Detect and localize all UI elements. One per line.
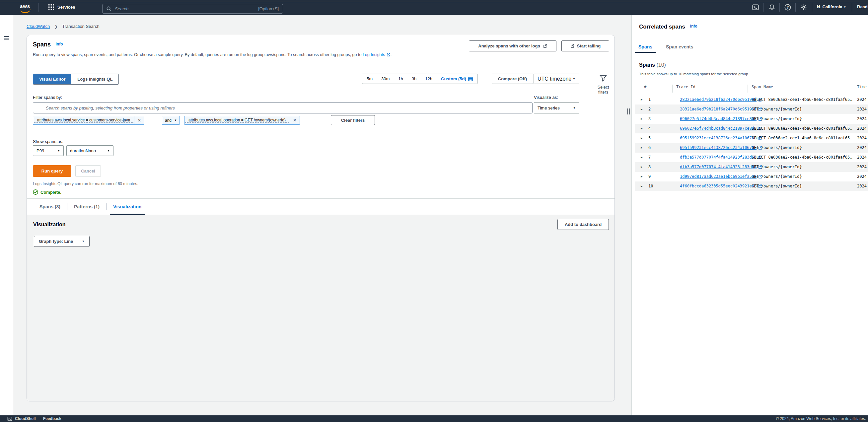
correlated-tab-0[interactable]: Spans [632, 40, 659, 53]
table-row[interactable]: ▶ 4 696027e5f74d4b3cad844c21897ce8d7 SEL… [635, 124, 868, 133]
row-number: 2 [648, 107, 651, 111]
row-expand-caret[interactable]: ▶ [641, 136, 642, 140]
time-preset-3h[interactable]: 3h [407, 76, 421, 81]
region-selector[interactable]: N. California ▼ [817, 4, 846, 9]
span-name: GET /owners/{ownerId} [751, 117, 802, 121]
visual-editor-tab[interactable]: Visual Editor [33, 74, 71, 84]
remove-filter-icon[interactable]: ✕ [290, 116, 300, 124]
trace-id-link[interactable]: 696027e5f74d4b3cad844c21897ce8d7 [680, 117, 762, 121]
row-number: 9 [648, 174, 651, 179]
start-tailing-button[interactable]: Start tailing [561, 40, 609, 52]
span-time: 2024 [857, 117, 868, 121]
log-insights-link[interactable]: Log Insights [363, 53, 385, 57]
run-query-button[interactable]: Run query [33, 165, 71, 177]
timezone-select[interactable]: UTC timezone▼ [533, 74, 579, 84]
analyze-spans-button[interactable]: Analyze spans with other logs [469, 40, 556, 52]
row-expand-caret[interactable]: ▶ [641, 175, 642, 178]
trace-id-link[interactable]: 695f599231ecc4138726cc234a10670b [680, 145, 762, 150]
add-to-dashboard-button[interactable]: Add to dashboard [557, 219, 609, 230]
help-icon[interactable]: ? [784, 4, 792, 11]
table-row[interactable]: ▶ 8 dfb3a577d077074f4fa414923f283d64 GET… [635, 162, 868, 172]
trace-id-link[interactable]: 1d997ed817aad623ae1ebc69b1efa54e [680, 174, 762, 179]
col-header-span-name[interactable]: Span Name [751, 85, 773, 89]
table-row[interactable]: ▶ 2 28321ae6ed79b218f6a2470d6c95199f GET… [635, 104, 868, 114]
feedback-button[interactable]: Feedback [43, 416, 61, 421]
table-row[interactable]: ▶ 7 dfb3a577d077074f4fa414923f283d64 SEL… [635, 153, 868, 162]
trace-id-link[interactable]: 696027e5f74d4b3cad844c21897ce8d7 [680, 126, 762, 131]
table-row[interactable]: ▶ 6 695f599231ecc4138726cc234a10670b GET… [635, 143, 868, 153]
result-tab-0[interactable]: Spans (8) [33, 199, 67, 215]
filter-chip-text[interactable]: attributes.aws.local.service = customers… [34, 118, 133, 123]
correlated-tab-1[interactable]: Span events [659, 40, 700, 53]
breadcrumb-cloudwatch-link[interactable]: CloudWatch [27, 24, 50, 29]
table-row[interactable]: ▶ 10 4f60fbccda632335d55eec0243921e6b GE… [635, 182, 868, 191]
remove-filter-icon[interactable]: ✕ [134, 116, 144, 124]
column-divider[interactable] [672, 85, 673, 93]
panel-resize-handle[interactable] [627, 108, 630, 115]
time-preset-5m[interactable]: 5m [362, 76, 377, 81]
trace-id-link[interactable]: dfb3a577d077074f4fa414923f283d64 [680, 155, 762, 160]
trace-id-link[interactable]: 28321ae6ed79b218f6a2470d6c95199f [680, 97, 762, 102]
compare-button[interactable]: Compare (Off) [492, 74, 533, 84]
field-select[interactable]: durationNano▼ [66, 145, 114, 156]
cloudshell-icon[interactable] [752, 4, 759, 11]
result-tab-1[interactable]: Patterns (1) [67, 199, 106, 215]
correlated-info-link[interactable]: Info [690, 24, 698, 29]
services-menu[interactable]: Services [49, 4, 75, 10]
time-preset-30m[interactable]: 30m [377, 76, 394, 81]
span-name: SELECT 8e036ae2-cee1-4ba6-8e6c-c801faaf6… [751, 126, 852, 131]
settings-gear-icon[interactable] [800, 4, 807, 11]
graph-type-button[interactable]: Graph type: Line▼ [34, 236, 90, 247]
cloudshell-footer-button[interactable]: CloudShell [7, 416, 36, 421]
spans-query-card: Spans Info Run a query to view spans, sp… [27, 35, 615, 401]
metric-select[interactable]: P99▼ [33, 145, 64, 156]
row-expand-caret[interactable]: ▶ [641, 107, 642, 111]
hamburger-menu-icon[interactable] [4, 36, 9, 40]
trace-id-link[interactable]: 4f60fbccda632335d55eec0243921e6b [680, 184, 762, 189]
row-expand-caret[interactable]: ▶ [641, 156, 642, 159]
result-tab-2[interactable]: Visualization [106, 199, 148, 215]
column-divider[interactable] [855, 85, 855, 93]
table-row[interactable]: ▶ 1 28321ae6ed79b218f6a2470d6c95199f SEL… [635, 95, 868, 104]
account-role-menu[interactable]: ReadOnly [857, 4, 868, 9]
cancel-button[interactable]: Cancel [75, 165, 101, 177]
aws-logo-smile [21, 9, 31, 13]
notifications-bell-icon[interactable] [768, 4, 775, 11]
trace-id-link[interactable]: dfb3a577d077074f4fa414923f283d64 [680, 165, 762, 169]
row-expand-caret[interactable]: ▶ [641, 185, 642, 188]
spans-info-link[interactable]: Info [55, 42, 63, 46]
time-preset-1h[interactable]: 1h [394, 76, 407, 81]
filter-chip-text[interactable]: attributes.aws.local.operation = GET /ow… [185, 118, 289, 123]
col-header-trace-id[interactable]: Trace Id [676, 85, 695, 89]
table-row[interactable]: ▶ 3 696027e5f74d4b3cad844c21897ce8d7 GET… [635, 114, 868, 124]
table-body: ▶ 1 28321ae6ed79b218f6a2470d6c95199f SEL… [635, 95, 868, 191]
row-expand-caret[interactable]: ▶ [641, 117, 642, 121]
row-expand-caret[interactable]: ▶ [641, 127, 642, 130]
row-expand-caret[interactable]: ▶ [641, 98, 642, 101]
logs-insights-ql-tab[interactable]: Logs Insights QL [71, 74, 119, 84]
header-divider [763, 3, 764, 11]
row-expand-caret[interactable]: ▶ [641, 165, 642, 168]
select-filters-control[interactable]: Select filters [595, 75, 612, 95]
col-header-time[interactable]: Time [857, 85, 867, 89]
row-expand-caret[interactable]: ▶ [641, 146, 642, 149]
global-search-input[interactable]: Search [Option+S] [102, 4, 283, 13]
table-row[interactable]: ▶ 5 695f599231ecc4138726cc234a10670b SEL… [635, 133, 868, 143]
chevron-down-icon: ▼ [573, 106, 576, 109]
clear-filters-button[interactable]: Clear filters [331, 115, 375, 125]
column-divider[interactable] [748, 85, 748, 93]
row-number: 10 [648, 184, 653, 189]
aws-logo[interactable]: aws [20, 3, 34, 12]
filter-search-input[interactable] [33, 102, 532, 113]
visualize-as-select[interactable]: Time series▼ [534, 102, 579, 113]
col-header-number[interactable]: # [644, 85, 646, 89]
trace-id-link[interactable]: 28321ae6ed79b218f6a2470d6c95199f [680, 107, 762, 111]
time-custom-button[interactable]: Custom (5d) [437, 76, 477, 81]
page-title: Spans [33, 41, 51, 48]
operator-label[interactable]: and [162, 118, 174, 123]
trace-id-link[interactable]: 695f599231ecc4138726cc234a10670b [680, 136, 762, 140]
correlated-spans-title: Correlated spans Info [639, 24, 698, 30]
span-time: 2024 [857, 136, 868, 140]
time-preset-12h[interactable]: 12h [421, 76, 437, 81]
table-row[interactable]: ▶ 9 1d997ed817aad623ae1ebc69b1efa54e GET… [635, 172, 868, 182]
